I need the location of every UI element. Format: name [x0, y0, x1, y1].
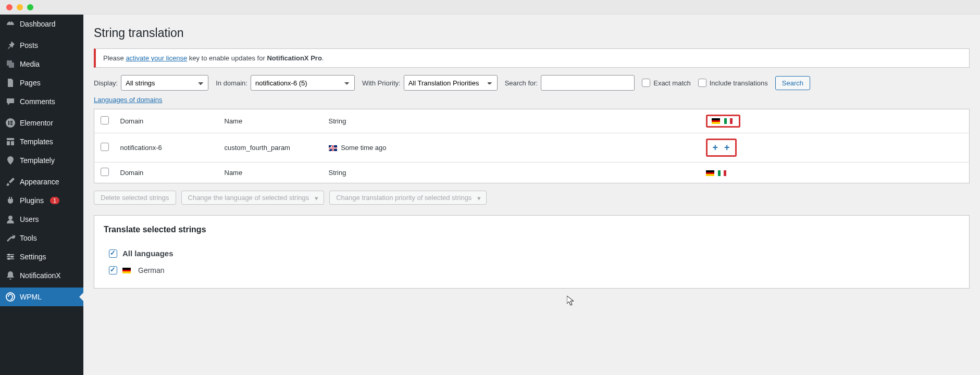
main-content: String translation Please activate your …	[83, 15, 980, 375]
user-icon	[5, 214, 16, 224]
sidebar-item-label: Settings	[20, 253, 46, 261]
flag-germany-icon	[706, 170, 714, 176]
svg-rect-3	[10, 122, 13, 123]
sidebar-item-label: WPML	[20, 293, 42, 301]
col-name: Name	[219, 109, 324, 133]
change-language-button[interactable]: Change the language of selected strings	[181, 191, 325, 205]
sidebar-item-media[interactable]: Media	[0, 55, 83, 73]
license-notice: Please activate your license key to enab…	[94, 48, 970, 68]
select-all-checkbox[interactable]	[101, 116, 109, 124]
notice-text: Please	[103, 54, 126, 62]
translate-panel-title: Translate selected strings	[104, 225, 960, 234]
media-icon	[5, 59, 16, 69]
sidebar-item-comments[interactable]: Comments	[0, 92, 83, 111]
sidebar-item-templately[interactable]: Templately	[0, 151, 83, 170]
sidebar-item-users[interactable]: Users	[0, 210, 83, 229]
sidebar-item-label: Tools	[20, 234, 37, 242]
svg-rect-2	[10, 121, 13, 122]
search-button[interactable]: Search	[775, 76, 810, 90]
filter-bar: Display: All strings In domain: notifica…	[94, 75, 970, 91]
priority-select[interactable]: All Translation Priorities	[404, 75, 498, 91]
sidebar-item-tools[interactable]: Tools	[0, 229, 83, 247]
close-window-icon[interactable]	[6, 4, 13, 10]
sidebar-item-elementor[interactable]: Elementor	[0, 114, 83, 132]
svg-point-9	[8, 254, 10, 256]
sidebar-item-dashboard[interactable]: Dashboard	[0, 15, 83, 33]
include-translations-label[interactable]: Include translations	[698, 79, 768, 87]
col-flags	[701, 109, 746, 133]
cell-name: custom_fourth_param	[219, 133, 324, 162]
flag-italy-icon	[718, 170, 726, 176]
wrench-icon	[5, 233, 16, 243]
translate-panel: Translate selected strings All languages…	[94, 215, 970, 289]
add-translation-de-button[interactable]: +	[711, 142, 721, 153]
templates-icon	[5, 136, 16, 147]
templately-icon	[5, 155, 16, 166]
sidebar-item-label: Templately	[20, 156, 55, 165]
german-label: German	[138, 266, 165, 274]
sidebar-item-settings[interactable]: Settings	[0, 247, 83, 266]
display-label: Display:	[94, 79, 118, 87]
notificationx-icon	[5, 270, 16, 281]
col-name-footer: Name	[219, 162, 324, 183]
plugin-icon	[5, 195, 16, 206]
all-languages-checkbox[interactable]	[109, 249, 117, 258]
lang-row-all: All languages	[104, 245, 960, 262]
exact-match-label[interactable]: Exact match	[642, 79, 691, 87]
maximize-window-icon[interactable]	[27, 4, 33, 10]
col-domain: Domain	[115, 109, 219, 133]
sidebar-item-notificationx[interactable]: NotificationX	[0, 266, 83, 285]
notice-text: .	[322, 54, 324, 62]
row-checkbox[interactable]	[101, 143, 109, 151]
include-translations-checkbox[interactable]	[698, 79, 706, 87]
sidebar-item-label: Media	[20, 60, 40, 68]
sidebar-item-label: Elementor	[20, 119, 53, 127]
languages-of-domains-link[interactable]: Languages of domains	[94, 96, 163, 104]
flag-uk-icon	[329, 145, 337, 151]
sidebar-item-label: Appearance	[20, 178, 59, 186]
flag-italy-icon	[724, 118, 733, 124]
flag-germany-icon	[712, 118, 720, 124]
sidebar-item-templates[interactable]: Templates	[0, 132, 83, 151]
sidebar-item-label: Plugins	[20, 196, 44, 205]
display-select[interactable]: All strings	[121, 75, 208, 91]
cell-string: Some time ago	[324, 133, 701, 162]
lang-row-german: German	[104, 262, 960, 279]
wpml-icon	[5, 292, 16, 302]
change-priority-button[interactable]: Change translation priority of selected …	[329, 191, 487, 205]
german-checkbox[interactable]	[109, 266, 117, 274]
dashboard-icon	[5, 19, 16, 29]
domain-label: In domain:	[216, 79, 247, 87]
activate-license-link[interactable]: activate your license	[126, 54, 187, 62]
col-flags-footer	[701, 162, 746, 183]
sidebar-item-appearance[interactable]: Appearance	[0, 172, 83, 191]
add-translation-it-button[interactable]: +	[722, 142, 732, 153]
page-icon	[5, 78, 16, 88]
pin-icon	[5, 40, 16, 51]
svg-point-11	[8, 258, 10, 260]
col-string-footer: String	[324, 162, 701, 183]
sidebar-item-pages[interactable]: Pages	[0, 73, 83, 92]
sidebar-item-posts[interactable]: Posts	[0, 36, 83, 55]
exact-match-checkbox[interactable]	[642, 79, 650, 87]
sidebar-item-label: Posts	[20, 41, 38, 49]
search-input[interactable]	[541, 75, 635, 91]
elementor-icon	[5, 118, 16, 128]
brush-icon	[5, 177, 16, 187]
select-all-footer-checkbox[interactable]	[101, 168, 109, 176]
delete-strings-button[interactable]: Delete selected strings	[94, 191, 176, 205]
domain-select[interactable]: notificationx-6 (5)	[251, 75, 355, 91]
window-chrome	[0, 0, 980, 15]
sidebar-item-label: Dashboard	[20, 20, 56, 28]
strings-table: Domain Name String notificationx-6	[94, 109, 970, 183]
cell-domain: notificationx-6	[115, 133, 219, 162]
sidebar-item-plugins[interactable]: Plugins 1	[0, 191, 83, 210]
search-label: Search for:	[505, 79, 538, 87]
svg-point-10	[11, 256, 13, 258]
minimize-window-icon[interactable]	[17, 4, 23, 10]
flag-germany-icon	[122, 268, 131, 273]
svg-rect-4	[10, 124, 13, 125]
highlight-border	[706, 115, 740, 128]
sidebar-item-wpml[interactable]: WPML	[0, 288, 83, 306]
svg-rect-1	[8, 121, 9, 125]
